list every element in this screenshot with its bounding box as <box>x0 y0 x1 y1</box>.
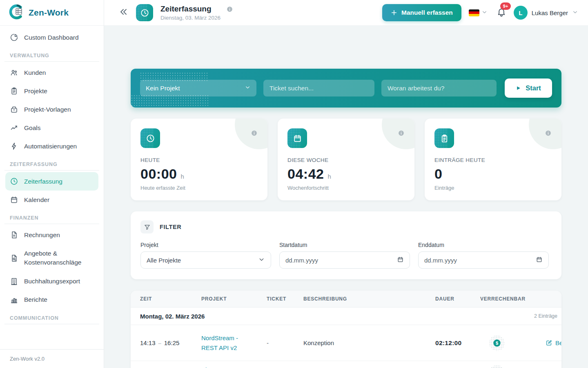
stat-label: EINTRÄGE HEUTE <box>434 157 552 163</box>
section-finanzen: FINANZEN <box>10 215 94 221</box>
stats-row: HEUTE 00:00 h Heute erfasste Zeit DIESE … <box>131 119 561 200</box>
building-icon <box>10 277 18 286</box>
info-icon[interactable] <box>226 6 233 13</box>
end-date-input[interactable] <box>424 257 536 264</box>
stat-caption: Heute erfasste Zeit <box>140 185 258 191</box>
sidebar-item-custom-dashboard[interactable]: Custom Dashboard <box>5 28 98 47</box>
sidebar-item-goals[interactable]: Goals <box>5 119 98 137</box>
manual-entry-button[interactable]: Manuell erfassen <box>382 4 461 21</box>
zenwork-logo-icon <box>7 3 24 22</box>
sidebar-collapse-button[interactable] <box>119 7 129 18</box>
stat-caption: Wochenfortschritt <box>287 185 405 191</box>
funnel-icon <box>144 224 151 231</box>
sidebar-item-rechnungen[interactable]: Rechnungen <box>5 226 98 244</box>
avatar: L <box>514 6 528 20</box>
trending-up-icon <box>10 123 18 132</box>
top-header: Zeiterfassung Dienstag, 03. März 2026 Ma… <box>104 0 588 26</box>
archive-box-icon <box>10 105 18 114</box>
stat-icon-tile <box>434 128 454 148</box>
sidebar-item-projekt-vorlagen[interactable]: Projekt-Vorlagen <box>5 100 98 119</box>
divider <box>4 324 99 324</box>
description-cell: Konzeption <box>303 339 435 346</box>
user-menu[interactable]: L Lukas Berger <box>514 6 578 20</box>
user-name: Lukas Berger <box>532 9 568 16</box>
document-search-icon <box>10 254 18 263</box>
calendar-icon[interactable] <box>536 256 543 264</box>
stat-value: 00:00 <box>140 166 177 182</box>
info-icon[interactable] <box>398 130 405 137</box>
project-link[interactable]: NordStream - REST API v2 <box>201 333 250 352</box>
stat-caption: Einträge <box>434 185 552 191</box>
page-title-icon-tile <box>136 4 153 21</box>
table-row: Alpentec <box>131 361 561 368</box>
work-description-input[interactable] <box>381 80 497 96</box>
billable-indicator[interactable] <box>489 365 505 368</box>
clock-icon <box>146 134 155 143</box>
group-date: Montag, 02. März 2026 <box>140 313 205 320</box>
start-timer-button[interactable]: Start <box>505 79 552 98</box>
end-date-input-wrap <box>418 251 549 269</box>
app-version: Zen-Work v2.0 <box>0 349 104 368</box>
chevron-down-icon <box>572 9 578 17</box>
notification-badge: 9+ <box>500 2 511 10</box>
sidebar-item-kalender[interactable]: Kalender <box>5 191 98 209</box>
info-icon[interactable] <box>545 130 552 137</box>
stat-card-eintraege-heute: EINTRÄGE HEUTE 0 Einträge <box>425 119 561 200</box>
stat-unit: h <box>180 173 184 180</box>
time-tracker-bar: Kein Projekt Start <box>131 69 561 108</box>
group-entry-count: 2 Einträge <box>534 313 557 319</box>
calendar-icon <box>10 195 18 204</box>
column-header-projekt: PROJEKT <box>201 296 267 302</box>
filter-field-startdatum: Startdatum <box>279 242 410 269</box>
field-label: Startdatum <box>279 242 410 248</box>
sidebar-item-zeiterfassung[interactable]: Zeiterfassung <box>5 172 98 191</box>
project-select[interactable]: Kein Projekt <box>140 80 256 96</box>
chevron-down-icon <box>245 84 251 92</box>
clock-icon <box>140 8 149 18</box>
calendar-icon <box>293 134 302 143</box>
sidebar-item-kunden[interactable]: Kunden <box>5 63 98 82</box>
filter-title: FILTER <box>160 224 181 230</box>
logo-row: Zen-Work <box>0 0 104 26</box>
sidebar-item-berichte[interactable]: Berichte <box>5 291 98 309</box>
german-flag-icon <box>469 9 479 16</box>
double-chevron-left-icon <box>119 7 129 17</box>
sidebar-item-automatisierungen[interactable]: Automatisierungen <box>5 137 98 155</box>
stat-icon-tile <box>287 128 307 148</box>
stat-label: DIESE WOCHE <box>287 157 405 163</box>
duration-cell: 02:12:00 <box>435 339 480 347</box>
table-header-row: ZEIT PROJEKT TICKET BESCHREIBUNG DAUER V… <box>131 291 561 307</box>
project-link[interactable]: Alpentec <box>201 365 225 368</box>
page-title: Zeiterfassung <box>160 4 220 13</box>
billable-indicator[interactable]: $ <box>489 335 505 351</box>
column-header-beschreibung: BESCHREIBUNG <box>303 296 435 302</box>
stat-card-heute: HEUTE 00:00 h Heute erfasste Zeit <box>131 119 267 200</box>
ticket-search-input[interactable] <box>263 80 374 96</box>
stat-label: HEUTE <box>140 157 258 163</box>
filter-icon-tile <box>140 220 154 233</box>
section-verwaltung: VERWALTUNG <box>10 53 94 58</box>
sidebar-item-buchhaltungsexport[interactable]: Buchhaltungsexport <box>5 272 98 291</box>
stat-value: 0 <box>434 166 442 182</box>
project-filter-select[interactable]: Alle Projekte <box>140 251 271 269</box>
header-actions: Manuell erfassen 9+ L Lukas Berger <box>382 4 578 21</box>
start-date-input[interactable] <box>285 257 397 264</box>
info-icon[interactable] <box>251 130 258 137</box>
brand-name: Zen-Work <box>29 8 69 18</box>
sidebar: Zen-Work Custom Dashboard VERWALTUNG Kun… <box>0 0 104 368</box>
section-communication: COMMUNICATION <box>10 315 94 321</box>
sidebar-item-angebote[interactable]: Angebote & Kostenvoranschläge <box>5 244 98 272</box>
filter-field-enddatum: Enddatum <box>418 242 549 269</box>
sidebar-item-projekte[interactable]: Projekte <box>5 82 98 100</box>
language-selector[interactable] <box>469 9 488 17</box>
notifications-button[interactable]: 9+ <box>497 7 506 18</box>
field-label: Projekt <box>140 242 271 248</box>
time-entries-table: ZEIT PROJEKT TICKET BESCHREIBUNG DAUER V… <box>131 291 561 368</box>
calendar-icon[interactable] <box>397 256 404 264</box>
main-content: Kein Projekt Start HEUTE 00:00 h Heu <box>104 26 588 368</box>
section-zeiterfassung: ZEITERFASSUNG <box>10 162 94 167</box>
stat-unit: h <box>327 173 331 180</box>
column-header-verrechenbar: VERRECHENBAR <box>480 296 546 302</box>
edit-entry-button[interactable]: Bearbeiten <box>546 339 561 346</box>
dollar-circle-icon: $ <box>492 339 501 348</box>
